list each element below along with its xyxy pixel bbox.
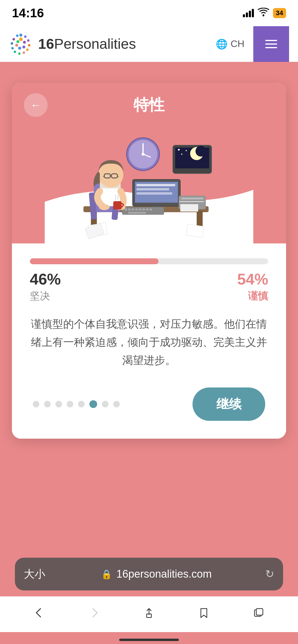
continue-button[interactable]: 继续 bbox=[193, 387, 265, 421]
status-icons: 34 bbox=[243, 8, 286, 19]
personality-card: ← 特性 bbox=[12, 83, 286, 439]
svg-rect-45 bbox=[135, 209, 138, 210]
home-indicator bbox=[119, 639, 179, 641]
card-body: 46% 坚决 54% 谨慎 谨慎型的个体自我意识强，对压力敏感。他们在情绪上有一… bbox=[12, 243, 286, 439]
browser-size-label[interactable]: 大小 bbox=[24, 567, 48, 582]
svg-rect-44 bbox=[132, 209, 134, 210]
svg-point-13 bbox=[19, 37, 23, 41]
menu-button[interactable] bbox=[253, 26, 289, 62]
svg-rect-47 bbox=[142, 209, 145, 210]
svg-point-16 bbox=[18, 47, 21, 50]
pagination-dots bbox=[33, 400, 120, 408]
back-arrow-icon: ← bbox=[30, 99, 41, 111]
globe-icon: 🌐 bbox=[216, 38, 228, 50]
navbar: 16Personalities 🌐 CH bbox=[0, 26, 298, 62]
svg-rect-76 bbox=[256, 609, 263, 615]
logo-icon bbox=[9, 32, 33, 56]
svg-rect-42 bbox=[125, 209, 127, 210]
svg-point-12 bbox=[16, 35, 18, 37]
svg-point-10 bbox=[11, 42, 13, 45]
progress-bar-track bbox=[30, 258, 268, 264]
bottom-nav bbox=[0, 596, 298, 632]
percent-left: 46% bbox=[30, 270, 61, 288]
svg-rect-36 bbox=[136, 184, 175, 186]
svg-point-23 bbox=[142, 153, 145, 156]
wifi-icon bbox=[257, 8, 269, 19]
svg-rect-49 bbox=[150, 209, 152, 210]
hamburger-icon bbox=[265, 40, 277, 48]
language-selector[interactable]: 🌐 CH bbox=[207, 38, 253, 50]
logo-area: 16Personalities bbox=[9, 32, 136, 56]
back-button[interactable]: ← bbox=[24, 93, 48, 117]
nav-bookmark-button[interactable] bbox=[198, 607, 210, 622]
battery-badge: 34 bbox=[273, 8, 286, 18]
lock-icon: 🔒 bbox=[101, 569, 112, 579]
svg-point-7 bbox=[18, 52, 21, 55]
nav-share-button[interactable] bbox=[143, 607, 155, 622]
svg-point-0 bbox=[263, 15, 264, 16]
dot-6-active bbox=[89, 400, 97, 408]
svg-rect-38 bbox=[136, 192, 172, 195]
card-header-top: ← 特性 bbox=[24, 95, 274, 115]
dot-3 bbox=[55, 401, 62, 407]
dot-4 bbox=[67, 401, 73, 407]
dot-2 bbox=[44, 401, 51, 407]
dot-8 bbox=[113, 401, 120, 407]
svg-point-29 bbox=[181, 154, 182, 155]
svg-rect-69 bbox=[113, 201, 122, 210]
dot-5 bbox=[78, 401, 85, 407]
svg-rect-46 bbox=[139, 209, 141, 210]
description-text: 谨慎型的个体自我意识强，对压力敏感。他们在情绪上有一种紧迫感，倾向于成功驱动、完… bbox=[30, 315, 268, 370]
card-header: ← 特性 bbox=[12, 83, 286, 243]
signal-bars-icon bbox=[243, 9, 254, 17]
nav-right: 🌐 CH bbox=[207, 26, 289, 62]
nav-back-button[interactable] bbox=[33, 607, 45, 622]
card-title: 特性 bbox=[134, 95, 164, 115]
logo-title: 16Personalities bbox=[38, 36, 136, 52]
percent-right: 54% bbox=[237, 270, 268, 288]
card-footer: 继续 bbox=[30, 387, 268, 421]
svg-point-27 bbox=[195, 146, 206, 157]
svg-rect-48 bbox=[146, 209, 148, 210]
progress-section: 46% 坚决 54% 谨慎 谨慎型的个体自我意识强，对压力敏感。他们在情绪上有一… bbox=[30, 258, 268, 370]
svg-point-28 bbox=[178, 149, 180, 151]
status-time: 14:16 bbox=[12, 6, 44, 20]
url-text: 16personalities.com bbox=[116, 568, 212, 580]
svg-point-2 bbox=[24, 35, 27, 38]
svg-point-3 bbox=[27, 39, 30, 42]
character-illustration bbox=[45, 130, 253, 243]
svg-rect-50 bbox=[128, 212, 146, 214]
trait-right: 谨慎 bbox=[237, 289, 268, 303]
region-label: CH bbox=[231, 38, 244, 49]
reload-button[interactable]: ↻ bbox=[265, 568, 274, 580]
svg-point-1 bbox=[19, 34, 22, 37]
illustration bbox=[24, 124, 274, 243]
svg-point-61 bbox=[98, 162, 123, 187]
dot-1 bbox=[33, 401, 39, 407]
svg-point-15 bbox=[22, 46, 25, 49]
svg-point-9 bbox=[11, 47, 14, 49]
label-right: 54% 谨慎 bbox=[237, 270, 268, 303]
svg-point-18 bbox=[16, 40, 19, 43]
svg-rect-43 bbox=[128, 209, 131, 210]
svg-rect-54 bbox=[180, 204, 198, 212]
svg-point-4 bbox=[28, 44, 30, 46]
svg-point-14 bbox=[23, 41, 26, 44]
svg-point-17 bbox=[15, 44, 18, 47]
svg-point-11 bbox=[13, 38, 15, 40]
svg-rect-52 bbox=[181, 198, 203, 199]
browser-url: 🔒 16personalities.com bbox=[54, 568, 259, 580]
nav-forward-button[interactable] bbox=[88, 607, 100, 622]
trait-left: 坚决 bbox=[30, 289, 61, 303]
svg-point-67 bbox=[99, 204, 110, 210]
svg-point-30 bbox=[186, 150, 187, 151]
nav-tabs-button[interactable] bbox=[253, 607, 265, 622]
progress-labels: 46% 坚决 54% 谨慎 bbox=[30, 270, 268, 303]
svg-point-8 bbox=[14, 51, 16, 53]
svg-point-5 bbox=[26, 49, 29, 51]
dot-7 bbox=[102, 401, 108, 407]
label-left: 46% 坚决 bbox=[30, 270, 61, 303]
svg-rect-37 bbox=[136, 188, 169, 190]
browser-bar: 大小 🔒 16personalities.com ↻ bbox=[15, 558, 283, 590]
svg-rect-53 bbox=[179, 201, 204, 202]
